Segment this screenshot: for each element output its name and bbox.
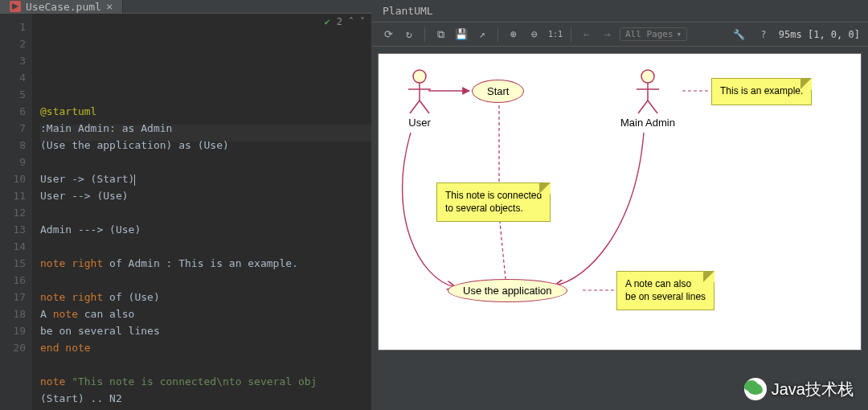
note-example: This is an example. bbox=[711, 78, 812, 105]
timing-label: 95ms [1, 0, 0] bbox=[779, 29, 860, 40]
note-multiline: A note can alsobe on several lines bbox=[616, 271, 714, 310]
code-line[interactable]: end note bbox=[40, 339, 371, 356]
code-line[interactable]: @startuml bbox=[40, 103, 371, 120]
code-line[interactable]: (Use the application) as (Use) bbox=[40, 137, 371, 154]
svg-line-2 bbox=[499, 215, 506, 279]
next-page-icon[interactable]: → bbox=[599, 26, 616, 43]
usecase-Use: Use the application bbox=[448, 279, 567, 302]
code-line[interactable]: be on several lines bbox=[40, 322, 371, 339]
pages-label: All Pages bbox=[625, 29, 674, 39]
watermark-text: Java技术栈 bbox=[772, 379, 854, 400]
chevron-down-icon[interactable]: ˅ bbox=[360, 16, 365, 27]
svg-line-13 bbox=[638, 100, 648, 113]
separator bbox=[571, 27, 571, 42]
code-line[interactable]: User --> (Use) bbox=[40, 187, 371, 204]
wrench-icon[interactable]: 🔧 bbox=[731, 26, 748, 43]
code-line[interactable]: User -> (Start) bbox=[40, 170, 371, 187]
code-line[interactable] bbox=[40, 154, 371, 170]
preview-title: PlantUML bbox=[371, 0, 868, 23]
editor-body[interactable]: 1234567891011121314151617181920 @startum… bbox=[0, 14, 371, 410]
export-icon[interactable]: ↗ bbox=[473, 26, 491, 43]
zoom-in-icon[interactable]: ⊕ bbox=[505, 26, 522, 43]
puml-icon bbox=[10, 1, 21, 12]
separator bbox=[497, 27, 498, 42]
close-icon[interactable]: × bbox=[106, 0, 113, 13]
prev-page-icon[interactable]: ← bbox=[578, 26, 596, 43]
preview-toolbar: ⟳ ↻ ⧉ 💾 ↗ ⊕ ⊖ 1:1 ← → All Pages ▾ 🔧 ? 95… bbox=[371, 23, 868, 47]
save-icon[interactable]: 💾 bbox=[452, 26, 470, 43]
zoom-reset-icon[interactable]: 1:1 bbox=[547, 26, 564, 43]
code-line[interactable]: (Start) .. N2 bbox=[40, 390, 371, 407]
watermark: Java技术栈 bbox=[744, 378, 854, 400]
preview-pane: PlantUML ⟳ ↻ ⧉ 💾 ↗ ⊕ ⊖ 1:1 ← → All Pages… bbox=[371, 0, 868, 410]
tab-bar: UseCase.puml × bbox=[0, 0, 371, 14]
code-line[interactable]: N2 .. (Use) bbox=[40, 407, 371, 410]
actor-label: Main Admin bbox=[620, 117, 676, 129]
check-icon[interactable]: ✔ bbox=[325, 16, 330, 27]
code-line[interactable]: Admin ---> (Use) bbox=[40, 221, 371, 238]
zoom-out-icon[interactable]: ⊖ bbox=[526, 26, 543, 43]
help-icon[interactable]: ? bbox=[755, 26, 772, 43]
svg-point-10 bbox=[641, 70, 654, 83]
editor-pane: UseCase.puml × 1234567891011121314151617… bbox=[0, 0, 371, 410]
actor-User: User bbox=[391, 68, 448, 129]
editor-inline-toolbar: ✔ 2 ˄ ˅ bbox=[325, 16, 365, 27]
file-tab-label: UseCase.puml bbox=[26, 1, 101, 13]
refresh-icon[interactable]: ⟳ bbox=[379, 26, 397, 43]
canvas-wrapper: Use (curve) --> Use --> UserMain AdminSt… bbox=[371, 47, 868, 410]
svg-line-8 bbox=[410, 100, 420, 113]
usecase-Start: Start bbox=[472, 80, 524, 103]
pages-dropdown[interactable]: All Pages ▾ bbox=[620, 27, 687, 41]
code-line[interactable] bbox=[40, 356, 371, 373]
problems-count[interactable]: 2 bbox=[337, 16, 342, 27]
reload-icon[interactable]: ↻ bbox=[400, 26, 418, 43]
render-timing: 🔧 ? 95ms [1, 0, 0] bbox=[731, 26, 860, 43]
code-line[interactable] bbox=[40, 238, 371, 255]
code-line[interactable] bbox=[40, 272, 371, 289]
actor-label: User bbox=[391, 117, 448, 129]
code-line[interactable]: A note can also bbox=[40, 305, 371, 322]
code-line[interactable]: :Main Admin: as Admin bbox=[40, 120, 371, 137]
chevron-up-icon[interactable]: ˄ bbox=[349, 16, 354, 27]
wechat-icon bbox=[744, 378, 767, 400]
file-tab-usecase[interactable]: UseCase.puml × bbox=[0, 0, 123, 13]
code-area[interactable]: @startuml:Main Admin: as Admin(Use the a… bbox=[32, 14, 371, 410]
code-line[interactable]: note right of Admin : This is an example… bbox=[40, 255, 371, 272]
line-gutter: 1234567891011121314151617181920 bbox=[0, 14, 32, 410]
svg-point-5 bbox=[413, 70, 426, 83]
code-line[interactable] bbox=[40, 204, 371, 221]
actor-MainAdmin: Main Admin bbox=[620, 68, 676, 129]
note-connected: This note is connectedto several objects… bbox=[436, 182, 551, 222]
svg-line-9 bbox=[420, 100, 429, 113]
separator bbox=[424, 27, 425, 42]
chevron-down-icon: ▾ bbox=[677, 29, 682, 39]
diagram-canvas[interactable]: Use (curve) --> Use --> UserMain AdminSt… bbox=[378, 53, 862, 351]
code-line[interactable]: note right of (Use) bbox=[40, 289, 371, 305]
copy-icon[interactable]: ⧉ bbox=[432, 26, 449, 43]
svg-line-14 bbox=[648, 100, 657, 113]
code-line[interactable]: note "This note is connected\nto several… bbox=[40, 373, 371, 390]
